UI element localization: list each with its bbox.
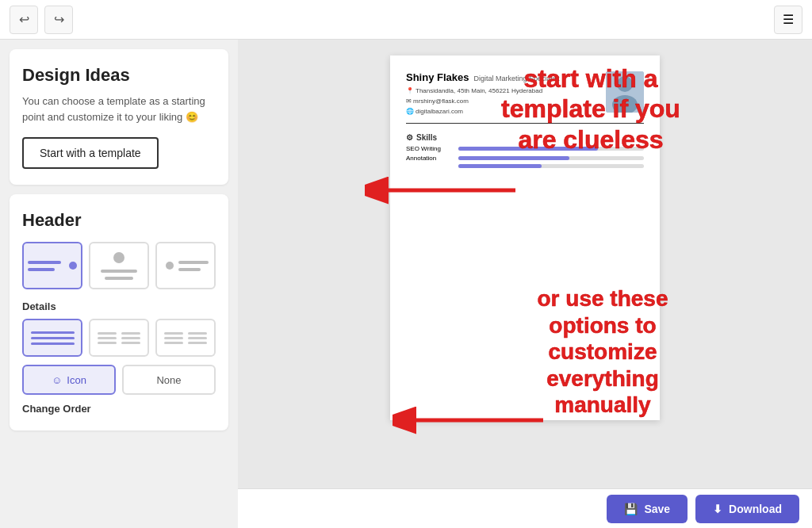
header-card: Header	[10, 194, 228, 430]
menu-icon: ☰	[783, 12, 794, 27]
skill-row-3	[406, 164, 644, 168]
skill-row-1: SEO Writing	[406, 145, 644, 152]
menu-button[interactable]: ☰	[774, 6, 802, 34]
main-area: Design Ideas You can choose a template a…	[0, 40, 812, 528]
save-button[interactable]: 💾 Save	[607, 495, 688, 523]
design-ideas-title: Design Ideas	[22, 65, 216, 86]
resume-contact: 📍Thansidandla, 45th Main, 456221 Hyderab…	[406, 86, 560, 117]
details-label: Details	[22, 300, 216, 312]
icon-option[interactable]: ☺ Icon	[22, 365, 116, 395]
none-label: None	[156, 374, 181, 386]
save-icon: 💾	[624, 503, 638, 515]
bottom-bar: 💾 Save ⬇ Download	[238, 488, 812, 528]
resume-skills-list: SEO Writing Annotation	[406, 145, 644, 168]
resume-skills-title: ⚙ Skills	[406, 133, 644, 142]
svg-point-1	[617, 76, 633, 92]
skill-bar-3	[458, 164, 644, 168]
left-panel: Design Ideas You can choose a template a…	[0, 40, 238, 528]
none-option[interactable]: None	[122, 365, 216, 395]
skill-bar-1	[458, 147, 644, 151]
design-ideas-card: Design Ideas You can choose a template a…	[10, 49, 228, 185]
resume-header-section: Shiny Flakes Digital Marketing Specialis…	[406, 71, 644, 124]
details-options	[22, 319, 216, 357]
resume-photo	[606, 71, 644, 113]
toolbar: ↩ ↪ ☰	[0, 0, 812, 40]
layout-options	[22, 242, 216, 289]
icon-none-options: ☺ Icon None	[22, 365, 216, 395]
skill-bar-2	[458, 156, 644, 160]
resume-preview-area: Shiny Flakes Digital Marketing Specialis…	[238, 40, 812, 488]
download-button[interactable]: ⬇ Download	[695, 495, 799, 523]
design-ideas-description: You can choose a template as a starting …	[22, 94, 216, 124]
resume-job-title: Digital Marketing Specialist	[473, 75, 559, 82]
resume-name: Shiny Flakes	[406, 71, 469, 83]
undo-button[interactable]: ↩	[10, 6, 38, 34]
layout-option-2[interactable]	[89, 242, 149, 289]
smiley-icon: ☺	[52, 374, 62, 386]
layout-option-1[interactable]	[22, 242, 82, 289]
right-panel: Shiny Flakes Digital Marketing Specialis…	[238, 40, 812, 528]
detail-option-1[interactable]	[22, 319, 82, 357]
layout-option-3[interactable]	[155, 242, 216, 289]
change-order-label: Change Order	[22, 403, 216, 415]
redo-button[interactable]: ↪	[44, 6, 73, 34]
icon-label: Icon	[67, 374, 86, 386]
detail-option-2[interactable]	[89, 319, 149, 357]
detail-option-3[interactable]	[155, 319, 216, 357]
skill-row-2: Annotation	[406, 155, 644, 162]
resume-paper: Shiny Flakes Digital Marketing Specialis…	[390, 55, 660, 420]
download-icon: ⬇	[713, 503, 722, 515]
header-section-title: Header	[22, 210, 216, 231]
start-template-button[interactable]: Start with a template	[22, 137, 159, 169]
